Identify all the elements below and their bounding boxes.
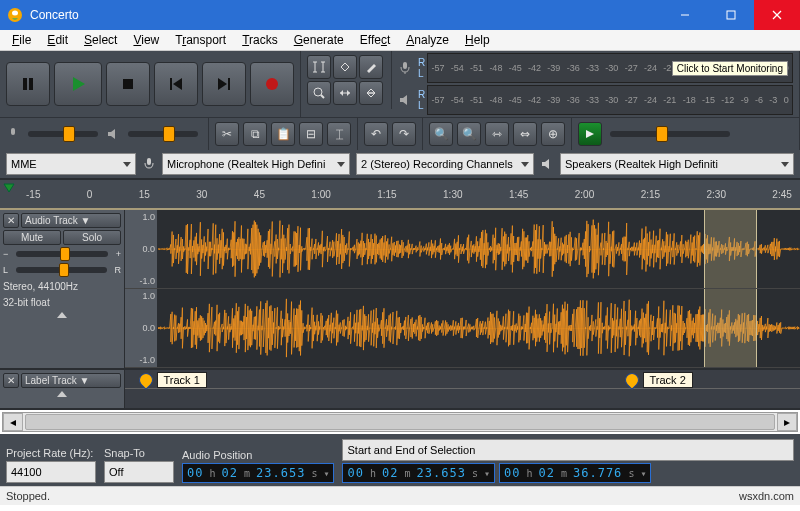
label-track-name-menu[interactable]: Label Track ▼ [21, 373, 121, 388]
fit-selection-icon[interactable]: ⇿ [485, 122, 509, 146]
zoom-tool-icon[interactable] [307, 81, 331, 105]
menu-effect[interactable]: Effect [352, 31, 398, 49]
label-track-close-button[interactable]: ✕ [3, 373, 19, 388]
selection-tool-icon[interactable] [307, 55, 331, 79]
track-close-button[interactable]: ✕ [3, 213, 19, 228]
gain-slider[interactable] [16, 251, 107, 257]
svg-rect-35 [147, 158, 151, 165]
svg-rect-6 [23, 78, 27, 90]
record-button[interactable] [250, 62, 294, 106]
play-volume-slider[interactable] [128, 131, 198, 137]
collapse-icon[interactable] [57, 312, 67, 318]
envelope-tool-icon[interactable] [333, 55, 357, 79]
recording-meter[interactable]: RL -57-54-51-48-45-42-39-36-33-30-27-24-… [398, 53, 793, 83]
meters-group: RL -57-54-51-48-45-42-39-36-33-30-27-24-… [392, 51, 800, 117]
menu-file[interactable]: File [4, 31, 39, 49]
trim-icon[interactable]: ⊟ [299, 122, 323, 146]
input-device-select[interactable]: Microphone (Realtek High Defini [162, 153, 350, 175]
timeline-ruler[interactable]: -1501530451:001:151:301:452:002:152:302:… [0, 180, 800, 210]
track-format-label: 32-bit float [3, 297, 121, 309]
waveform-right[interactable] [158, 289, 800, 367]
mute-button[interactable]: Mute [3, 230, 61, 245]
input-channels-select[interactable]: 2 (Stereo) Recording Channels [356, 153, 534, 175]
timeshift-tool-icon[interactable] [333, 81, 357, 105]
stop-button[interactable] [106, 62, 150, 106]
close-button[interactable] [754, 0, 800, 30]
label-area[interactable]: Track 1Track 2 [125, 370, 800, 408]
meter-hint[interactable]: Click to Start Monitoring [672, 61, 788, 76]
vscale-left: 1.00.0-1.0 [125, 210, 158, 288]
snap-to-select[interactable]: Off [104, 461, 174, 483]
skip-start-button[interactable] [154, 62, 198, 106]
maximize-button[interactable] [708, 0, 754, 30]
menu-tracks[interactable]: Tracks [234, 31, 286, 49]
redo-icon[interactable]: ↷ [392, 122, 416, 146]
host-select[interactable]: MME [6, 153, 136, 175]
minimize-button[interactable] [662, 0, 708, 30]
menu-select[interactable]: Select [76, 31, 125, 49]
channel-right[interactable]: 1.00.0-1.0 [125, 289, 800, 368]
selection-end-display[interactable]: 00 h 02 m 36.776 s ▾ [499, 463, 651, 483]
speaker-icon [540, 157, 554, 171]
svg-marker-26 [347, 90, 350, 96]
app-icon [6, 6, 24, 24]
edit-group: ✂ ⧉ 📋 ⊟ ⌶ [209, 118, 358, 150]
selection-mode-select[interactable]: Start and End of Selection [342, 439, 794, 461]
skip-end-button[interactable] [202, 62, 246, 106]
undo-icon[interactable]: ↶ [364, 122, 388, 146]
multi-tool-icon[interactable] [359, 81, 383, 105]
zoom-out-icon[interactable]: 🔍 [457, 122, 481, 146]
playback-meter[interactable]: RL -57-54-51-48-45-42-39-36-33-30-27-24-… [398, 85, 793, 115]
project-rate-label: Project Rate (Hz): [6, 447, 96, 459]
svg-marker-34 [586, 130, 594, 138]
play-button[interactable] [54, 62, 102, 106]
menu-view[interactable]: View [125, 31, 167, 49]
waveform-left[interactable] [158, 210, 800, 288]
cut-icon[interactable]: ✂ [215, 122, 239, 146]
audio-channels: 1.00.0-1.0 1.00.0-1.0 [125, 210, 800, 368]
play-at-speed-button[interactable] [578, 122, 602, 146]
svg-rect-29 [403, 62, 407, 69]
track-name-menu[interactable]: Audio Track ▼ [21, 213, 121, 228]
silence-icon[interactable]: ⌶ [327, 122, 351, 146]
draw-tool-icon[interactable] [359, 55, 383, 79]
svg-marker-31 [400, 95, 407, 105]
label-marker[interactable]: Track 1 [139, 372, 207, 388]
svg-rect-13 [228, 78, 230, 90]
menu-help[interactable]: Help [457, 31, 498, 49]
audio-position-display[interactable]: 00 h 02 m 23.653 s ▾ [182, 463, 334, 483]
zoom-group: 🔍 🔍 ⇿ ⇔ ⊕ [423, 118, 572, 150]
track-area: ✕ Audio Track ▼ Mute Solo −+ LR Stereo, … [0, 210, 800, 410]
zoom-in-icon[interactable]: 🔍 [429, 122, 453, 146]
audio-track-panel: ✕ Audio Track ▼ Mute Solo −+ LR Stereo, … [0, 210, 125, 368]
playhead-icon[interactable] [0, 180, 18, 208]
transport-group [0, 51, 301, 117]
selection-start-display[interactable]: 00 h 02 m 23.653 s ▾ [342, 463, 494, 483]
menu-edit[interactable]: Edit [39, 31, 76, 49]
project-rate-select[interactable]: 44100 [6, 461, 96, 483]
zoom-toggle-icon[interactable]: ⊕ [541, 122, 565, 146]
menu-analyze[interactable]: Analyze [398, 31, 457, 49]
fit-project-icon[interactable]: ⇔ [513, 122, 537, 146]
scroll-thumb[interactable] [25, 414, 775, 430]
collapse-icon[interactable] [57, 391, 67, 397]
horizontal-scrollbar[interactable]: ◂ ▸ [2, 412, 798, 432]
svg-rect-7 [29, 78, 33, 90]
copy-icon[interactable]: ⧉ [243, 122, 267, 146]
menu-transport[interactable]: Transport [167, 31, 234, 49]
rec-volume-slider[interactable] [28, 131, 98, 137]
pause-button[interactable] [6, 62, 50, 106]
selection-bar: Project Rate (Hz): 44100 Snap-To Off Aud… [0, 434, 800, 486]
scroll-left-icon[interactable]: ◂ [3, 413, 23, 431]
scrub-group [572, 118, 800, 150]
channel-left[interactable]: 1.00.0-1.0 [125, 210, 800, 289]
menu-generate[interactable]: Generate [286, 31, 352, 49]
paste-icon[interactable]: 📋 [271, 122, 295, 146]
pan-slider[interactable] [16, 267, 106, 273]
scroll-right-icon[interactable]: ▸ [777, 413, 797, 431]
output-device-select[interactable]: Speakers (Realtek High Definiti [560, 153, 794, 175]
solo-button[interactable]: Solo [63, 230, 121, 245]
play-speed-slider[interactable] [610, 131, 730, 137]
svg-point-22 [314, 88, 322, 96]
label-marker[interactable]: Track 2 [625, 372, 693, 388]
